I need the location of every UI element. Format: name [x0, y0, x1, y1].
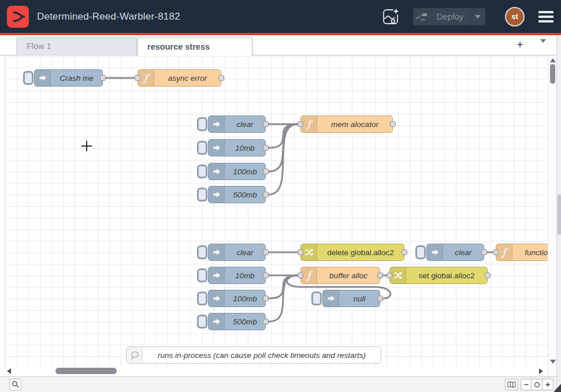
scroll-up-arrow[interactable]: [550, 58, 556, 62]
deploy-button[interactable]: Deploy: [413, 8, 485, 25]
node-100mb-2[interactable]: 100mb: [208, 290, 266, 307]
input-port[interactable]: [135, 75, 140, 81]
change-icon-section: [390, 267, 406, 283]
function-icon: ƒ: [307, 270, 310, 281]
node-label: 500mb: [225, 186, 265, 203]
inject-icon-section: [209, 186, 225, 203]
browser-scrollbar-thumb[interactable]: [558, 195, 561, 235]
output-port[interactable]: [263, 319, 269, 324]
search-button[interactable]: [9, 379, 21, 390]
zoom-controls: − +: [521, 379, 553, 390]
output-port[interactable]: [402, 249, 407, 255]
comment-bubble-icon: [130, 351, 139, 360]
input-port[interactable]: [387, 272, 392, 278]
zoom-out-button[interactable]: −: [521, 379, 532, 390]
user-avatar[interactable]: st: [505, 7, 525, 27]
inject-icon-section: [209, 116, 225, 132]
tab-flow-1[interactable]: Flow 1: [16, 37, 137, 55]
input-port[interactable]: [493, 249, 499, 255]
navigator-map-button[interactable]: [505, 379, 518, 390]
inject-arrow-icon: [212, 248, 221, 257]
output-port[interactable]: [263, 121, 269, 127]
inject-trigger-button[interactable]: [198, 315, 207, 328]
inject-icon-section: [209, 140, 225, 156]
output-port[interactable]: [100, 75, 106, 81]
deploy-options-button[interactable]: [470, 15, 485, 18]
output-port[interactable]: [377, 296, 383, 301]
inject-trigger-button[interactable]: [198, 141, 207, 154]
inject-trigger-button[interactable]: [198, 118, 207, 130]
output-port[interactable]: [390, 121, 396, 127]
vertical-scrollbar-thumb[interactable]: [550, 64, 555, 84]
change-shuffle-icon: [304, 248, 314, 256]
deploy-button-label: Deploy: [430, 12, 470, 21]
inject-arrow-icon: [212, 317, 221, 326]
node-null[interactable]: null: [322, 290, 380, 307]
inject-trigger-button[interactable]: [24, 72, 33, 84]
inject-trigger-button[interactable]: [198, 292, 207, 305]
inject-trigger-button[interactable]: [198, 165, 207, 178]
input-port[interactable]: [298, 249, 303, 255]
inject-icon-section: [209, 313, 225, 330]
inject-trigger-button[interactable]: [198, 188, 207, 201]
main-menu-button[interactable]: [538, 9, 553, 25]
canvas-horizontal-scrollbar[interactable]: [5, 367, 548, 376]
inject-trigger-button[interactable]: [312, 292, 321, 305]
scroll-left-arrow[interactable]: [7, 368, 11, 374]
browser-scrollbar[interactable]: [556, 35, 561, 392]
canvas-vertical-scrollbar[interactable]: [548, 55, 556, 376]
inject-trigger-button[interactable]: [198, 246, 207, 259]
node-label: runs in-process (can cause poll check ti…: [143, 347, 381, 363]
output-port[interactable]: [485, 272, 491, 278]
map-icon: [507, 381, 516, 388]
tab-label: Flow 1: [27, 42, 51, 51]
output-port[interactable]: [218, 75, 224, 81]
header: Determined-Reed-Warbler-8182 Deploy: [0, 0, 561, 33]
node-set-global-alloc2[interactable]: set global.alloc2: [389, 267, 488, 284]
tab-resource-stress[interactable]: resource stress: [137, 37, 252, 56]
flow-canvas[interactable]: Crash meƒasync errorclear10mb100mb500mbƒ…: [5, 55, 556, 376]
node-mem-alocator[interactable]: ƒmem alocator: [300, 115, 393, 133]
output-port[interactable]: [263, 272, 269, 278]
node-label: clear: [443, 244, 484, 260]
output-port[interactable]: [263, 145, 269, 151]
status-bar: − +: [0, 376, 556, 392]
node-100mb-1[interactable]: 100mb: [208, 163, 266, 180]
ai-assistant-button[interactable]: [381, 7, 400, 27]
node-500mb-1[interactable]: 500mb: [208, 186, 266, 203]
zoom-reset-button[interactable]: [532, 379, 543, 390]
zoom-in-button[interactable]: +: [543, 379, 553, 390]
chevron-down-icon: [475, 15, 481, 18]
node-clear-3[interactable]: clear: [426, 244, 484, 261]
output-port[interactable]: [263, 169, 269, 174]
output-port[interactable]: [481, 249, 487, 255]
node-crash-me[interactable]: Crash me: [34, 69, 103, 87]
node-10mb-1[interactable]: 10mb: [208, 139, 266, 156]
add-flow-button[interactable]: +: [514, 39, 526, 51]
output-port[interactable]: [377, 272, 383, 278]
node-async-error[interactable]: ƒasync error: [138, 69, 221, 87]
inject-icon-section: [323, 290, 339, 307]
node-label: set global.alloc2: [406, 267, 487, 283]
node-buffer-alloc[interactable]: ƒbuffer alloc: [300, 267, 380, 284]
node-clear-1[interactable]: clear: [208, 115, 266, 133]
horizontal-scrollbar-thumb[interactable]: [55, 368, 117, 374]
node-comment[interactable]: runs in-process (can cause poll check ti…: [126, 346, 381, 364]
scroll-down-arrow[interactable]: [550, 360, 556, 364]
output-port[interactable]: [263, 249, 269, 255]
input-port[interactable]: [298, 272, 303, 278]
function-icon: ƒ: [144, 72, 147, 84]
node-500mb-2[interactable]: 500mb: [208, 313, 266, 330]
inject-arrow-icon: [38, 73, 47, 83]
output-port[interactable]: [263, 192, 269, 197]
scroll-right-arrow[interactable]: [539, 368, 543, 374]
node-10mb-2[interactable]: 10mb: [208, 267, 266, 284]
inject-trigger-button[interactable]: [416, 246, 425, 259]
output-port[interactable]: [263, 296, 269, 301]
flow-list-button[interactable]: [540, 43, 546, 53]
node-clear-2[interactable]: clear: [208, 244, 266, 261]
node-delete-global-alloc2[interactable]: delete global.alloc2: [300, 244, 404, 261]
inject-trigger-button[interactable]: [198, 269, 207, 282]
function-icon-section: ƒ: [138, 70, 154, 86]
input-port[interactable]: [298, 121, 303, 127]
